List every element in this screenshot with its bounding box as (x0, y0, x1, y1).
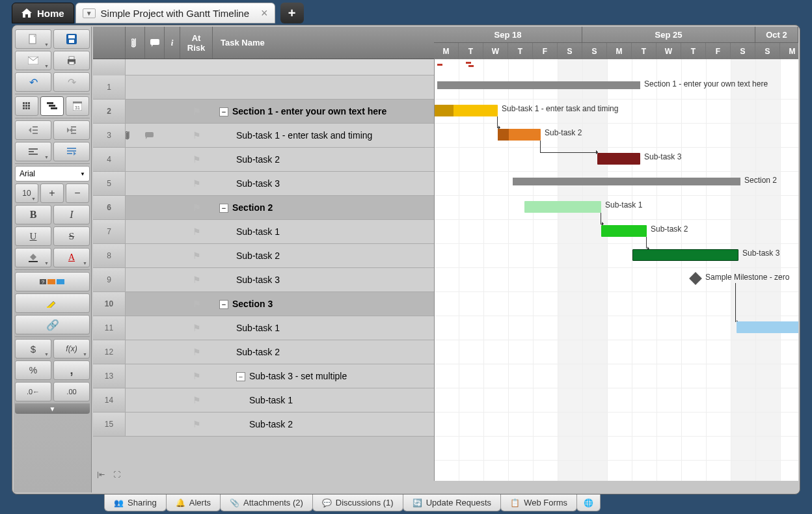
table-row[interactable]: 9⚑Sub-task 3 (93, 268, 434, 292)
grid-view-button[interactable] (15, 96, 38, 116)
attachment-cell[interactable] (126, 131, 145, 140)
font-size-select[interactable]: 10▼ (15, 183, 38, 203)
fill-color-button[interactable]: ▼ (15, 248, 51, 267)
italic-button[interactable]: I (53, 205, 90, 224)
task-cell[interactable]: Sub-task 2 (213, 250, 434, 261)
font-decrease-button[interactable]: − (66, 183, 89, 203)
risk-cell[interactable]: ⚑ (180, 299, 213, 309)
risk-cell[interactable]: ⚑ (180, 347, 213, 357)
task-cell[interactable]: −Section 2 (213, 202, 434, 213)
gantt-task-bar[interactable] (498, 129, 541, 141)
table-row[interactable]: 1 (93, 75, 434, 100)
increase-decimal-button[interactable]: .00 (53, 382, 90, 401)
tab-attachments[interactable]: 📎Attachments (2) (220, 494, 313, 511)
outdent-button[interactable] (15, 120, 51, 140)
tab-project[interactable]: ▼ Simple Project with Gantt Timeline × (75, 3, 275, 23)
calendar-view-button[interactable]: 31 (66, 96, 89, 116)
task-cell[interactable]: Sub-task 3 (213, 178, 434, 189)
table-row[interactable]: 13⚑−Sub-task 3 - set multiple (93, 364, 434, 388)
task-cell[interactable]: Sub-task 1 (213, 226, 434, 237)
table-row[interactable]: 3⚑Sub-task 1 - enter task and timing (93, 124, 434, 148)
tab-web-forms[interactable]: 📋Web Forms (500, 494, 577, 511)
collapse-icon[interactable]: − (219, 300, 228, 309)
task-cell[interactable]: −Section 1 - enter your own text here (213, 106, 434, 116)
task-cell[interactable]: Sub-task 1 - enter task and timing (213, 130, 434, 141)
comma-button[interactable]: , (53, 360, 90, 380)
risk-cell[interactable]: ⚑ (180, 154, 213, 165)
gantt-task-bar[interactable] (435, 105, 498, 116)
task-cell[interactable]: −Section 3 (213, 299, 434, 309)
gantt-task-bar[interactable] (737, 321, 798, 333)
table-row[interactable]: 8⚑Sub-task 2 (93, 244, 434, 268)
table-row[interactable]: 10⚑−Section 3 (93, 292, 434, 316)
chevron-down-icon[interactable]: ▼ (83, 8, 96, 18)
risk-cell[interactable]: ⚑ (180, 106, 213, 116)
table-row[interactable]: 4⚑Sub-task 2 (93, 148, 434, 172)
table-row[interactable]: 5⚑Sub-task 3 (93, 172, 434, 196)
task-cell[interactable]: Sub-task 3 (213, 275, 434, 285)
risk-cell[interactable]: ⚑ (180, 395, 213, 405)
risk-cell[interactable]: ⚑ (180, 130, 213, 141)
task-cell[interactable]: Sub-task 2 (213, 419, 434, 429)
indent-button[interactable] (53, 120, 90, 140)
gantt-summary-bar[interactable] (437, 81, 640, 89)
risk-cell[interactable]: ⚑ (180, 226, 213, 237)
table-row[interactable]: 2⚑−Section 1 - enter your own text here (93, 100, 434, 124)
table-row[interactable]: 12⚑Sub-task 2 (93, 340, 434, 364)
tab-sharing[interactable]: 👥Sharing (104, 494, 167, 511)
email-button[interactable]: ▼ (15, 51, 51, 70)
collapse-icon[interactable]: − (219, 204, 228, 213)
task-cell[interactable]: Sub-task 2 (213, 347, 434, 357)
gantt-task-bar[interactable] (524, 201, 601, 213)
table-row[interactable] (93, 59, 434, 75)
risk-cell[interactable]: ⚑ (180, 202, 213, 213)
conditional-format-button[interactable]: ? (15, 272, 90, 291)
collapse-icon[interactable]: − (219, 107, 228, 116)
info-header[interactable]: i (165, 27, 180, 59)
table-row[interactable]: 11⚑Sub-task 1 (93, 316, 434, 340)
gantt-task-bar[interactable] (601, 225, 647, 237)
attachment-header[interactable] (126, 27, 145, 59)
table-row[interactable]: 14⚑Sub-task 1 (93, 388, 434, 413)
task-cell[interactable]: Sub-task 2 (213, 154, 434, 165)
task-cell[interactable]: −Sub-task 3 - set multiple (213, 371, 434, 381)
gantt-task-bar[interactable] (597, 153, 640, 165)
task-cell[interactable]: Sub-task 1 (213, 395, 434, 405)
underline-button[interactable]: U (15, 226, 51, 246)
risk-cell[interactable]: ⚑ (180, 323, 213, 333)
align-button[interactable]: ▼ (15, 142, 51, 161)
wrap-button[interactable] (53, 142, 90, 161)
text-color-button[interactable]: A▼ (53, 248, 90, 267)
strikethrough-button[interactable]: S (53, 226, 90, 246)
toolbar-more-button[interactable]: ▼ (15, 403, 90, 414)
gantt-chart[interactable]: Section 1 - enter your own text here Sub… (434, 59, 798, 481)
risk-cell[interactable]: ⚑ (180, 250, 213, 261)
bold-button[interactable]: B (15, 205, 51, 224)
formula-button[interactable]: f(x)▼ (53, 339, 90, 358)
tab-publish[interactable]: 🌐 (576, 494, 601, 511)
undo-button[interactable]: ↶ (15, 72, 51, 92)
fullscreen-icon[interactable]: ⛶ (110, 469, 123, 480)
comment-cell[interactable] (145, 132, 165, 139)
tab-discussions[interactable]: 💬Discussions (1) (312, 494, 403, 511)
risk-cell[interactable]: ⚑ (180, 178, 213, 189)
comment-header[interactable] (145, 27, 165, 59)
font-increase-button[interactable]: + (40, 183, 64, 203)
risk-cell[interactable]: ⚑ (180, 371, 213, 381)
at-risk-header[interactable]: At Risk (180, 27, 213, 59)
goto-start-icon[interactable]: |⇤ (94, 469, 107, 480)
gantt-summary-bar[interactable] (513, 178, 740, 185)
decrease-decimal-button[interactable]: .0← (15, 382, 51, 401)
task-cell[interactable]: Sub-task 1 (213, 323, 434, 333)
table-row[interactable]: 7⚑Sub-task 1 (93, 220, 434, 244)
percent-button[interactable]: % (15, 360, 51, 380)
tab-add[interactable]: + (280, 3, 304, 23)
print-button[interactable] (53, 51, 90, 70)
tab-home[interactable]: Home (12, 3, 74, 23)
risk-cell[interactable]: ⚑ (180, 419, 213, 429)
link-button[interactable]: 🔗 (15, 315, 90, 334)
font-select[interactable]: Arial ▼ (15, 166, 90, 182)
table-row[interactable]: 15⚑Sub-task 2 (93, 413, 434, 437)
risk-cell[interactable]: ⚑ (180, 275, 213, 285)
gantt-task-bar[interactable] (632, 249, 738, 261)
